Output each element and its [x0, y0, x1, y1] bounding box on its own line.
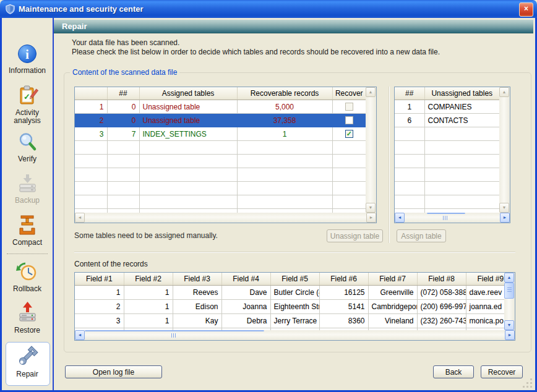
table-header-row: ## Unassigned tables — [395, 87, 499, 100]
scroll-down-icon[interactable]: ▼ — [504, 320, 514, 330]
scrollbar-thumb[interactable] — [85, 330, 264, 331]
scroll-up-icon[interactable]: ▲ — [499, 87, 509, 97]
sidebar-item-rollback[interactable]: Rollback — [2, 260, 53, 293]
empty-row — [75, 195, 366, 209]
col-recoverable-records[interactable]: Recoverable records — [237, 87, 332, 100]
scroll-left-icon[interactable]: ◄ — [75, 213, 85, 223]
vertical-scrollbar[interactable]: ▲ ▼ — [499, 87, 510, 213]
row-table-name: Unassigned table — [139, 100, 237, 114]
horizontal-scrollbar[interactable]: ◄ ► — [75, 213, 376, 223]
scroll-right-icon[interactable]: ► — [500, 213, 510, 223]
col-field5[interactable]: Field #5 — [270, 273, 319, 286]
scroll-right-icon[interactable]: ► — [505, 330, 515, 340]
row-num: 1 — [75, 100, 107, 114]
col-assigned-tables[interactable]: Assigned tables — [139, 87, 237, 100]
row-id: 7 — [107, 127, 139, 141]
empty-row — [395, 168, 499, 182]
compact-icon — [16, 213, 38, 237]
scrollbar-thumb[interactable] — [427, 213, 465, 214]
table-row[interactable]: 3 7 INDEX_SETTINGS 1 ✓ — [75, 127, 366, 141]
scroll-down-icon[interactable]: ▼ — [366, 203, 376, 213]
col-id[interactable]: ## — [107, 87, 139, 100]
col-field7[interactable]: Field #7 — [368, 273, 417, 286]
svg-text:✓: ✓ — [24, 92, 30, 101]
sidebar-item-label: Activity analysis — [2, 109, 53, 125]
scroll-up-icon[interactable]: ▲ — [504, 273, 514, 283]
sidebar-item-backup: Backup — [2, 173, 53, 205]
sidebar-item-label: Restore — [2, 326, 53, 334]
col-field1[interactable]: Field #1 — [75, 273, 124, 286]
sidebar-item-activity-analysis[interactable]: ✓ Activity analysis — [2, 83, 53, 125]
records-header-row: Field #1 Field #2 Field #3 Field #4 Fiel… — [75, 273, 515, 286]
row-table-name: INDEX_SETTINGS — [139, 127, 237, 141]
open-log-file-button[interactable]: Open log file — [65, 365, 162, 378]
resize-grip[interactable] — [523, 386, 525, 388]
recover-checkbox[interactable] — [345, 103, 353, 111]
horizontal-scrollbar[interactable]: ◄ ► — [75, 330, 515, 340]
col-field8[interactable]: Field #8 — [417, 273, 466, 286]
table-row-selected[interactable]: 2 0 Unassigned table 37,358 — [75, 114, 366, 127]
table-row[interactable]: 1 COMPANIES — [395, 100, 499, 114]
col-recover[interactable]: Recover — [332, 87, 366, 100]
row-records: 5,000 — [237, 100, 332, 114]
row-table-name: Unassigned table — [139, 114, 237, 127]
empty-row — [395, 127, 499, 141]
close-button[interactable]: × — [519, 2, 533, 17]
title-bar[interactable]: Maintenance and security center × — [0, 0, 537, 18]
vertical-scrollbar[interactable]: ▲ ▼ — [504, 273, 515, 330]
vertical-scrollbar[interactable]: ▲ ▼ — [366, 87, 376, 213]
splitter[interactable] — [389, 87, 390, 243]
shield-icon — [5, 4, 15, 14]
backup-icon — [16, 173, 38, 195]
sidebar-item-label: Information — [2, 67, 53, 75]
record-row[interactable]: 11 ReevesDave Butler Circle (4)16125 Gre… — [75, 286, 515, 300]
sidebar-item-compact[interactable]: Compact — [2, 213, 53, 247]
sidebar-item-information[interactable]: i Information — [2, 43, 53, 75]
information-icon: i — [16, 43, 38, 65]
window-title: Maintenance and security center — [19, 4, 144, 14]
records-grid: Field #1 Field #2 Field #3 Field #4 Fiel… — [74, 272, 515, 341]
col-field6[interactable]: Field #6 — [319, 273, 368, 286]
empty-row — [75, 168, 366, 182]
row-records: 37,358 — [237, 114, 332, 127]
assign-note: Some tables need to be assigned manually… — [74, 231, 218, 240]
scrollbar-thumb[interactable] — [504, 283, 514, 299]
recover-button[interactable]: Recover — [481, 365, 523, 378]
record-row[interactable]: 31 KayDebra Jerry Terrace (18360 Vinelan… — [75, 314, 515, 328]
col-unassigned-tables[interactable]: Unassigned tables — [424, 87, 499, 100]
row-id: 0 — [107, 114, 139, 127]
empty-row — [395, 155, 499, 168]
sidebar-item-repair[interactable]: Repair — [2, 345, 53, 378]
recover-checkbox[interactable]: ✓ — [345, 130, 353, 138]
section-separator — [74, 252, 515, 253]
scroll-down-icon[interactable]: ▼ — [499, 203, 509, 213]
col-field3[interactable]: Field #3 — [173, 273, 221, 286]
rollback-icon — [15, 260, 39, 283]
col-field4[interactable]: Field #4 — [221, 273, 270, 286]
scroll-right-icon[interactable]: ► — [366, 213, 376, 223]
table-row[interactable]: 6 CONTACTS — [395, 114, 499, 127]
restore-icon — [16, 301, 38, 325]
sidebar-item-restore[interactable]: Restore — [2, 301, 53, 334]
repair-wrench-icon — [15, 345, 39, 369]
scanned-tables-grid: ## Assigned tables Recoverable records R… — [74, 87, 377, 223]
row-id: 0 — [107, 100, 139, 114]
col-id[interactable]: ## — [395, 87, 424, 100]
recover-checkbox[interactable] — [345, 116, 353, 124]
back-button[interactable]: Back — [433, 365, 474, 378]
scroll-up-icon[interactable]: ▲ — [366, 87, 376, 97]
sidebar-item-verify[interactable]: Verify — [2, 131, 53, 163]
col-rownum[interactable] — [75, 87, 107, 100]
scroll-left-icon[interactable]: ◄ — [395, 213, 405, 223]
horizontal-scrollbar[interactable]: ◄ ► — [395, 213, 510, 223]
scroll-left-icon[interactable]: ◄ — [75, 330, 85, 340]
intro-line-1: Your data file has been scanned. — [72, 38, 517, 48]
sidebar: i Information ✓ Activity analysis Verify — [2, 18, 54, 390]
section-header: Repair — [54, 20, 533, 33]
row-num: 3 — [75, 127, 107, 141]
activity-analysis-icon: ✓ — [15, 83, 39, 107]
record-row[interactable]: 21 EdisonJoanna Eighteenth Stre5141 Camb… — [75, 300, 515, 314]
col-field2[interactable]: Field #2 — [124, 273, 173, 286]
assign-table-button: Assign table — [397, 229, 446, 242]
table-row[interactable]: 1 0 Unassigned table 5,000 — [75, 100, 366, 114]
